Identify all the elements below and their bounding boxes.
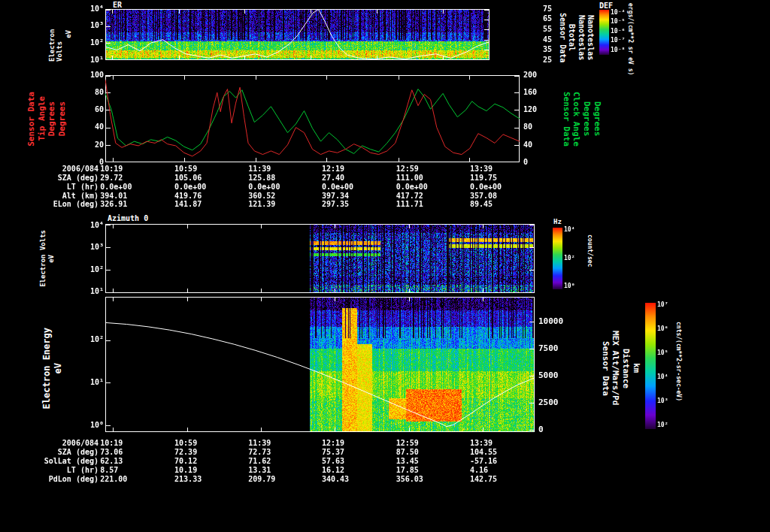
axis-tick-label: 10¹ <box>90 287 104 295</box>
axis-label-line: Nanoteslas <box>587 15 596 60</box>
axis-tick-label: 160 <box>523 88 537 96</box>
axis-tick-label: 80 <box>95 88 104 96</box>
axis-tick-label: 10⁻⁸ <box>611 47 625 53</box>
ephemeris-row-label: Alt (km) <box>62 192 99 200</box>
time-label: 10:59 <box>174 439 197 447</box>
ephemeris-value: 209.79 <box>248 475 275 483</box>
time-label: 10:59 <box>174 165 197 173</box>
ephemeris-value: 13.31 <box>248 466 271 474</box>
ephemeris-value: 73.06 <box>100 448 123 456</box>
axis-tick-label: 5000 <box>538 370 559 380</box>
time-label: 12:59 <box>396 165 419 173</box>
axis-label-line: eV <box>53 363 64 373</box>
panel4-right-axis-label: Sensor Data MEX Alt/Mars/Pd Distance km <box>600 312 641 425</box>
time-label: 10:19 <box>100 165 123 173</box>
hz-colorbar <box>553 228 562 289</box>
ephemeris-value: 111.00 <box>396 174 423 182</box>
ephemeris-value: 360.52 <box>248 192 275 200</box>
plot-viewer: ER Electron Volts eV Sensor Data Btotal … <box>0 0 770 532</box>
axis-tick-label: 10⁷ <box>657 301 668 308</box>
ephemeris-value: 394.01 <box>100 192 127 200</box>
ephemeris-value: 29.72 <box>100 174 123 182</box>
panel2-left-axis-label: Sensor Data Tip Angle Degrees Degrees <box>27 74 68 164</box>
ephemeris-value: 0.0e+00 <box>100 183 132 191</box>
time-label: 12:19 <box>322 439 344 447</box>
axis-label-line: Sensor Data <box>561 92 571 147</box>
ephemeris-row-label: LT (hr) <box>67 466 99 474</box>
axis-label-line: Btotal <box>568 24 577 51</box>
ephemeris-date: 2006/084 <box>62 439 99 447</box>
axis-tick-label: 80 <box>523 122 532 131</box>
ephemeris-value: 340.43 <box>322 475 349 483</box>
axis-tick-label: 65 <box>543 14 552 23</box>
ephemeris-value: 417.72 <box>396 192 423 200</box>
panel1-y-axis-label: Electron Volts eV <box>48 6 72 62</box>
ephemeris-value: -57.16 <box>470 457 497 465</box>
axis-tick-label: 10⁻⁷ <box>611 37 625 44</box>
axis-tick-label: 120 <box>523 105 537 113</box>
ephemeris-value: 297.35 <box>322 200 349 208</box>
colorbar3-title: Hz <box>553 218 562 225</box>
panel1-right-axis-label: Sensor Data Btotal Nanoteslas Nanoteslas <box>558 2 595 74</box>
ephemeris-row-label: SolLat (deg) <box>44 457 99 465</box>
time-label: 10:19 <box>100 439 123 447</box>
axis-tick-label: 60 <box>95 105 104 113</box>
axis-tick-label: 0 <box>523 158 528 166</box>
axis-label-line: Nanoteslas <box>577 15 586 60</box>
axis-tick-label: 10² <box>90 38 104 47</box>
def-colorbar <box>599 10 609 55</box>
axis-label-line: Electron Volts <box>48 6 64 62</box>
ephemeris-row-label: ELon (deg) <box>53 200 99 208</box>
axis-tick-label: 75 <box>543 5 552 13</box>
axis-tick-label: 10⁴ <box>564 226 574 233</box>
time-label: 12:19 <box>322 165 344 173</box>
time-label: 12:59 <box>396 439 419 447</box>
ephemeris-value: 89.45 <box>470 200 493 208</box>
electron-energy-spectrogram <box>105 297 535 432</box>
colorbar1-units: ergs/(cm**2 sr eV s) <box>627 3 634 75</box>
ephemeris-value: 0.0e+00 <box>322 183 353 191</box>
axis-label-line: Sensor Data <box>558 13 567 62</box>
ephemeris-row-label: PdLon (deg) <box>49 475 99 483</box>
ephemeris-value: 119.75 <box>470 174 497 182</box>
axis-tick-label: 10⁵ <box>657 349 668 356</box>
axis-tick-label: 10⁴ <box>90 5 104 13</box>
axis-label-line: Distance <box>620 349 630 388</box>
ephemeris-value: 16.12 <box>322 466 344 474</box>
axis-tick-label: 0 <box>99 158 104 166</box>
axis-tick-label: 10⁴ <box>90 221 104 229</box>
axis-label-line: Degrees <box>592 101 602 136</box>
axis-tick-label: 10³ <box>90 21 104 29</box>
axis-tick-label: 10⁻⁶ <box>611 28 625 35</box>
axis-tick-label: 7500 <box>538 343 559 353</box>
ephemeris-row-label: LT (hr) <box>67 183 99 191</box>
axis-tick-label: 10² <box>90 335 104 343</box>
axis-tick-label: 10⁰ <box>564 283 574 289</box>
ephemeris-value: 72.39 <box>174 448 197 456</box>
axis-label-line: Degrees <box>581 101 591 136</box>
axis-tick-label: 35 <box>543 45 552 53</box>
ephemeris-value: 10.19 <box>174 466 197 474</box>
colorbar3-units: count/sec <box>587 234 593 267</box>
axis-label-line: Tip Angle <box>38 96 47 141</box>
ephemeris-value: 121.39 <box>248 200 275 208</box>
ephemeris-value: 75.37 <box>322 448 344 456</box>
er-spectrogram <box>105 9 490 60</box>
axis-label-line: eV <box>65 30 72 38</box>
colorbar4-units: cnts/(cm**2-sr-sec-eV) <box>675 322 682 401</box>
axis-tick-label: 10000 <box>538 316 563 326</box>
axis-tick-label: 40 <box>95 122 104 131</box>
axis-label-line: Electron Volts <box>39 230 47 287</box>
ephemeris-value: 105.06 <box>174 174 202 182</box>
ephemeris-value: 221.00 <box>100 475 127 483</box>
axis-label-line: km <box>631 363 641 373</box>
ephemeris-value: 0.0e+00 <box>248 183 280 191</box>
time-label: 11:39 <box>248 439 271 447</box>
ephemeris-value: 213.33 <box>174 475 202 483</box>
axis-tick-label: 20 <box>95 141 104 149</box>
time-label: 13:39 <box>470 165 493 173</box>
axis-tick-label: 10⁴ <box>657 373 668 380</box>
ephemeris-date: 2006/084 <box>62 165 99 173</box>
ephemeris-value: 87.50 <box>396 448 419 456</box>
panel4-y-axis-label: Electron Energy eV <box>42 319 64 417</box>
